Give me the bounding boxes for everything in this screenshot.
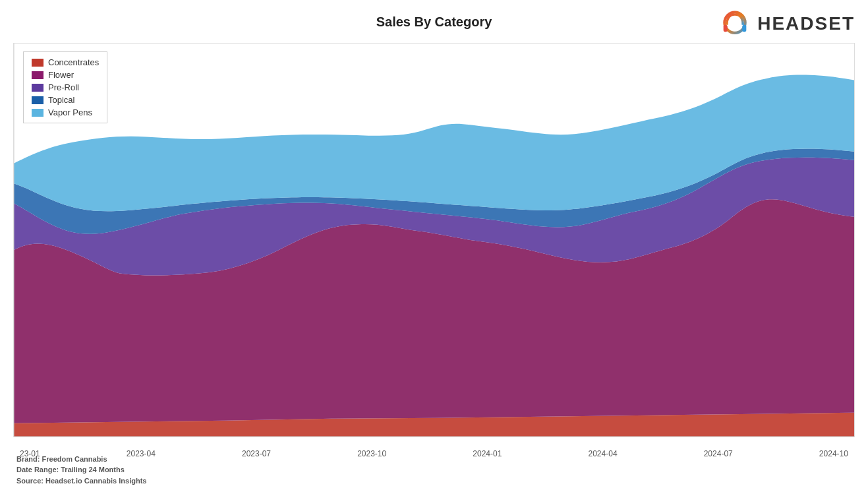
legend-swatch-preroll xyxy=(32,84,43,92)
legend-item-topical: Topical xyxy=(32,95,99,105)
legend-swatch-concentrates xyxy=(32,59,43,67)
xaxis-label-7: 2024-10 xyxy=(819,449,848,458)
chart-footer: Brand: Freedom Cannabis Date Range: Trai… xyxy=(16,454,146,487)
footer-source-label: Source: xyxy=(16,477,43,485)
legend-item-flower: Flower xyxy=(32,70,99,80)
legend-item-vaporpens: Vapor Pens xyxy=(32,107,99,117)
xaxis-label-4: 2024-01 xyxy=(473,449,502,458)
footer-source: Source: Headset.io Cannabis Insights xyxy=(16,475,146,487)
legend-swatch-flower xyxy=(32,71,43,79)
legend-label-topical: Topical xyxy=(48,95,74,105)
chart-legend: Concentrates Flower Pre-Roll Topical Vap… xyxy=(23,51,107,123)
footer-date-range: Date Range: Trailing 24 Months xyxy=(16,464,146,475)
legend-item-concentrates: Concentrates xyxy=(32,57,99,67)
chart-area xyxy=(13,43,855,437)
legend-label-concentrates: Concentrates xyxy=(48,57,99,67)
chart-svg xyxy=(14,44,854,437)
xaxis-label-6: 2024-07 xyxy=(704,449,733,458)
footer-brand: Brand: Freedom Cannabis xyxy=(16,454,146,465)
legend-swatch-topical xyxy=(32,96,43,104)
legend-item-preroll: Pre-Roll xyxy=(32,82,99,92)
xaxis-label-3: 2023-10 xyxy=(357,449,386,458)
xaxis-label-5: 2024-04 xyxy=(589,449,618,458)
xaxis-label-2: 2023-07 xyxy=(242,449,271,458)
legend-label-preroll: Pre-Roll xyxy=(48,82,79,92)
page-container: HEADSET Sales By Category Concentrates F… xyxy=(0,0,868,490)
footer-brand-value: Freedom Cannabis xyxy=(42,455,107,463)
legend-label-flower: Flower xyxy=(48,70,74,80)
legend-label-vaporpens: Vapor Pens xyxy=(48,107,92,117)
legend-swatch-vaporpens xyxy=(32,109,43,117)
chart-title: Sales By Category xyxy=(0,15,868,30)
footer-brand-label: Brand: xyxy=(16,455,40,463)
footer-source-value: Headset.io Cannabis Insights xyxy=(45,477,146,485)
footer-date-range-label: Date Range: xyxy=(16,466,59,474)
footer-date-range-value: Trailing 24 Months xyxy=(61,466,125,474)
